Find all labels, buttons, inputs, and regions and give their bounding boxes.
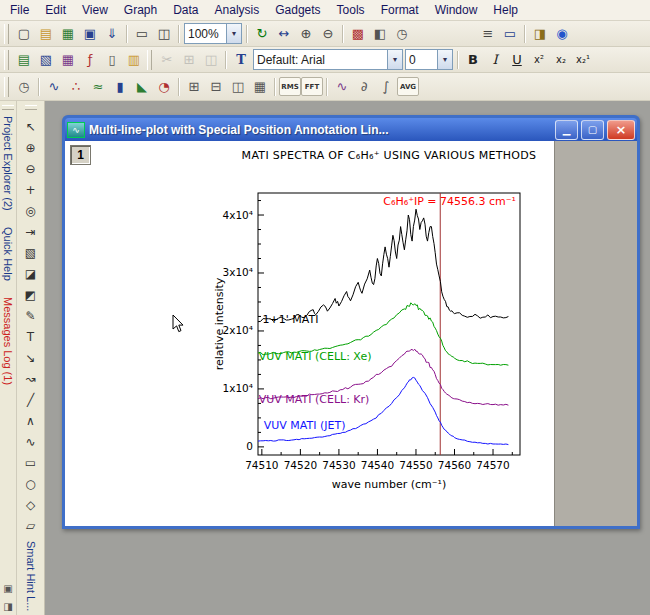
menu-analysis[interactable]: Analysis bbox=[207, 1, 268, 19]
new-matrix-icon[interactable]: ▦ bbox=[57, 49, 79, 71]
differentiate-icon[interactable]: ∂ bbox=[353, 76, 375, 98]
merge-windows-icon[interactable]: ◫ bbox=[227, 76, 249, 98]
dock-button-1[interactable]: ▣ bbox=[1, 581, 15, 595]
new-project-icon[interactable]: ▢ bbox=[13, 23, 35, 45]
minimize-button[interactable]: ▁ bbox=[555, 120, 578, 140]
new-worksheet-icon[interactable]: ▤ bbox=[13, 49, 35, 71]
pie-chart-icon[interactable]: ◔ bbox=[153, 76, 175, 98]
series-label-0[interactable]: 1+1' MATI bbox=[263, 313, 319, 326]
clock-icon[interactable]: ◷ bbox=[13, 76, 35, 98]
circle-tool-icon[interactable]: ○ bbox=[20, 473, 42, 494]
zoom-combo-dropdown-arrow-icon[interactable]: ▾ bbox=[226, 24, 241, 43]
scatter-plot-icon[interactable]: ∴ bbox=[65, 76, 87, 98]
annotation-text[interactable]: C₆H₆⁺IP = 74556.3 cm⁻¹ bbox=[383, 195, 516, 208]
polygon-tool-icon[interactable]: ◇ bbox=[20, 494, 42, 515]
new-notes-icon[interactable]: ▥ bbox=[123, 49, 145, 71]
import-icon[interactable]: ⇓ bbox=[101, 23, 123, 45]
mask-tool-icon[interactable]: ◪ bbox=[20, 263, 42, 284]
tab-smart-hint-log[interactable]: Smart Hint L... bbox=[25, 541, 37, 611]
paste-icon[interactable]: ◫ bbox=[200, 49, 222, 71]
menu-tools[interactable]: Tools bbox=[329, 1, 373, 19]
zoom-in-tool-icon[interactable]: ⊕ bbox=[20, 137, 42, 158]
smooth-icon[interactable]: ∿ bbox=[331, 76, 353, 98]
font-tool-icon[interactable]: T bbox=[230, 49, 252, 71]
toolbar-grip[interactable] bbox=[147, 50, 152, 70]
superscript-button[interactable]: x² bbox=[528, 49, 550, 71]
dock-grip[interactable] bbox=[2, 105, 14, 110]
line-symbol-plot-icon[interactable]: ≈ bbox=[87, 76, 109, 98]
pointer-tool-icon[interactable]: ↖ bbox=[20, 116, 42, 137]
child-window-titlebar[interactable]: ∿ Multi-line-plot with Special Position … bbox=[65, 118, 637, 141]
line-tool-icon[interactable]: ╱ bbox=[20, 389, 42, 410]
open-icon[interactable]: ▤ bbox=[35, 23, 57, 45]
toolbar-grip[interactable] bbox=[4, 24, 9, 44]
menu-view[interactable]: View bbox=[74, 1, 116, 19]
series-curve-3[interactable] bbox=[258, 377, 508, 444]
layer-1-badge[interactable]: 1 bbox=[70, 145, 91, 165]
open-excel-icon[interactable]: ▦ bbox=[57, 23, 79, 45]
font-combo[interactable]: Default: Arial▾ bbox=[253, 49, 403, 70]
data-selector-tool-icon[interactable]: ⇥ bbox=[20, 221, 42, 242]
print-preview-icon[interactable]: ◫ bbox=[153, 23, 175, 45]
text-tool-icon[interactable]: T bbox=[20, 326, 42, 347]
project-explorer-toggle-icon[interactable]: ◨ bbox=[529, 23, 551, 45]
series-curve-0[interactable] bbox=[258, 209, 508, 322]
area-plot-icon[interactable]: ◣ bbox=[131, 76, 153, 98]
zoom-combo[interactable]: 100%▾ bbox=[184, 23, 242, 44]
selection-tool-icon[interactable]: ▧ bbox=[20, 242, 42, 263]
draw-data-tool-icon[interactable]: ✎ bbox=[20, 305, 42, 326]
font-combo-dropdown-arrow-icon[interactable]: ▾ bbox=[387, 50, 402, 69]
menu-file[interactable]: File bbox=[2, 1, 37, 19]
menu-format[interactable]: Format bbox=[373, 1, 427, 19]
menu-help[interactable]: Help bbox=[485, 1, 526, 19]
new-function-icon[interactable]: ƒ bbox=[79, 49, 101, 71]
series-label-1[interactable]: VUV MATI (CELL: Xe) bbox=[259, 350, 372, 363]
cut-icon[interactable]: ✂ bbox=[156, 49, 178, 71]
menu-gadgets[interactable]: Gadgets bbox=[267, 1, 328, 19]
freehand-tool-icon[interactable]: ∿ bbox=[20, 431, 42, 452]
arrow-tool-icon[interactable]: ↘ bbox=[20, 347, 42, 368]
tab-quick-help[interactable]: Quick Help bbox=[2, 227, 14, 281]
menu-window[interactable]: Window bbox=[427, 1, 486, 19]
arrange-layers-icon[interactable]: ▦ bbox=[249, 76, 271, 98]
tab-messages-log[interactable]: Messages Log (1) bbox=[2, 297, 14, 385]
add-layer-icon[interactable]: ⊞ bbox=[183, 76, 205, 98]
column-plot-icon[interactable]: ▮ bbox=[109, 76, 131, 98]
date-time-icon[interactable]: ◷ bbox=[391, 23, 413, 45]
copy-icon[interactable]: ⊞ bbox=[178, 49, 200, 71]
subscript-button[interactable]: x₂ bbox=[550, 49, 572, 71]
new-layout-icon[interactable]: ▯ bbox=[101, 49, 123, 71]
print-icon[interactable]: ▭ bbox=[131, 23, 153, 45]
menu-graph[interactable]: Graph bbox=[116, 1, 165, 19]
avg-icon[interactable]: AVG bbox=[397, 77, 419, 96]
tab-project-explorer[interactable]: Project Explorer (2) bbox=[2, 116, 14, 211]
subsuperscript-button[interactable]: x₂¹ bbox=[572, 49, 594, 71]
dock-button-2[interactable]: ◨ bbox=[1, 599, 15, 613]
line-plot-icon[interactable]: ∿ bbox=[43, 76, 65, 98]
data-reader-tool-icon[interactable]: ◎ bbox=[20, 200, 42, 221]
region-tool-icon[interactable]: ▱ bbox=[20, 515, 42, 536]
underline-button[interactable]: U bbox=[506, 49, 528, 71]
rms-icon[interactable]: RMS bbox=[279, 77, 301, 96]
command-window-icon[interactable]: ▭ bbox=[499, 23, 521, 45]
legend-icon[interactable]: ◧ bbox=[369, 23, 391, 45]
zoom-in-icon[interactable]: ⊕ bbox=[295, 23, 317, 45]
menu-data[interactable]: Data bbox=[165, 1, 206, 19]
zoom-out-icon[interactable]: ⊖ bbox=[317, 23, 339, 45]
integrate-icon[interactable]: ∫ bbox=[375, 76, 397, 98]
fft-icon[interactable]: FFT bbox=[301, 77, 323, 96]
color-palette-icon[interactable]: ▩ bbox=[347, 23, 369, 45]
series-label-3[interactable]: VUV MATI (JET) bbox=[264, 419, 346, 432]
italic-button[interactable]: I bbox=[484, 49, 506, 71]
magnifier-icon[interactable]: ◉ bbox=[551, 23, 573, 45]
zoom-out-tool-icon[interactable]: ⊖ bbox=[20, 158, 42, 179]
polyline-tool-icon[interactable]: ∧ bbox=[20, 410, 42, 431]
toolbar-grip[interactable] bbox=[4, 50, 9, 70]
screen-reader-tool-icon[interactable]: + bbox=[20, 179, 42, 200]
font-size-combo-dropdown-arrow-icon[interactable]: ▾ bbox=[437, 50, 452, 69]
script-window-icon[interactable]: ≡ bbox=[477, 23, 499, 45]
extract-layer-icon[interactable]: ⊟ bbox=[205, 76, 227, 98]
rectangle-tool-icon[interactable]: ▭ bbox=[20, 452, 42, 473]
series-label-2[interactable]: VUV MATI (CELL: Kr) bbox=[259, 393, 370, 406]
maximize-button[interactable]: ▢ bbox=[581, 120, 604, 140]
